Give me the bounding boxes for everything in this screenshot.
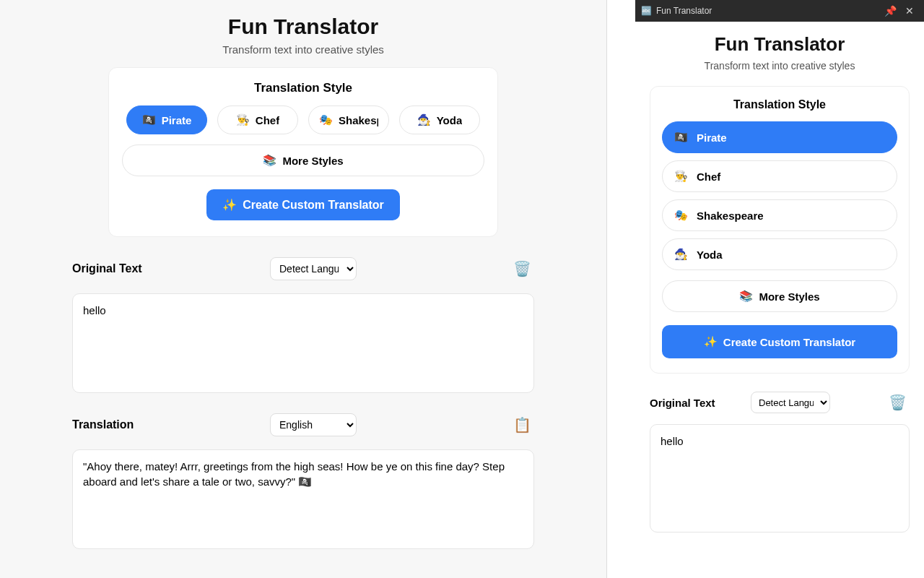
panel-page-title: Fun Translator	[650, 33, 910, 56]
style-label: Chef	[256, 114, 279, 126]
pin-panel-button[interactable]: 📌	[880, 5, 901, 17]
close-panel-button[interactable]: ✕	[901, 5, 918, 17]
masks-icon: 🎭	[319, 113, 333, 126]
page-title: Fun Translator	[40, 14, 566, 39]
style-label: Shakespeare	[339, 114, 378, 126]
page-subtitle: Transform text into creative styles	[40, 43, 566, 56]
style-label: Yoda	[437, 114, 463, 126]
clipboard-icon: 📋	[513, 417, 531, 433]
style-heading: Translation Style	[122, 81, 484, 95]
sparkles-icon: ✨	[222, 198, 237, 212]
panel-original-text-input[interactable]	[650, 424, 910, 532]
style-option-chef[interactable]: 👨‍🍳 Chef	[217, 105, 298, 134]
panel-titlebar: 🔤 Fun Translator 📌 ✕	[635, 0, 924, 22]
style-option-pirate[interactable]: 🏴‍☠️ Pirate	[126, 105, 207, 134]
chef-icon: 👨‍🍳	[236, 113, 250, 126]
source-language-select[interactable]: Detect Language	[270, 257, 357, 280]
original-text-label: Original Text	[72, 262, 260, 275]
main-pane: Fun Translator Transform text into creat…	[0, 0, 606, 578]
panel-style-option-yoda[interactable]: 🧙‍♂️ Yoda	[662, 238, 897, 270]
chef-icon: 👨‍🍳	[674, 170, 688, 183]
sparkles-icon: ✨	[704, 335, 718, 348]
clear-original-button[interactable]: 🗑️	[510, 257, 534, 280]
panel-clear-original-button[interactable]: 🗑️	[886, 391, 910, 414]
panel-style-option-shakespeare[interactable]: 🎭 Shakespeare	[662, 199, 897, 231]
custom-label: Create Custom Translator	[723, 336, 855, 348]
pane-divider	[606, 0, 635, 578]
style-label: Yoda	[697, 249, 723, 261]
pirate-flag-icon: 🏴‍☠️	[674, 131, 688, 144]
wizard-icon: 🧙‍♂️	[417, 113, 431, 126]
more-styles-button[interactable]: 📚 More Styles	[122, 144, 484, 176]
panel-style-option-chef[interactable]: 👨‍🍳 Chef	[662, 160, 897, 192]
original-text-input[interactable]	[72, 293, 534, 393]
close-icon: ✕	[905, 5, 914, 17]
panel-title: Fun Translator	[656, 6, 712, 16]
style-label: Pirate	[162, 114, 192, 126]
more-styles-label: More Styles	[282, 155, 343, 167]
translation-label: Translation	[72, 418, 260, 431]
side-panel: 🔤 Fun Translator 📌 ✕ Fun Translator Tran…	[635, 0, 924, 578]
create-custom-translator-button[interactable]: ✨ Create Custom Translator	[206, 189, 400, 220]
style-label: Pirate	[697, 131, 727, 144]
copy-translation-button[interactable]: 📋	[510, 413, 534, 436]
trash-icon: 🗑️	[889, 394, 907, 410]
more-styles-label: More Styles	[759, 290, 819, 303]
custom-label: Create Custom Translator	[243, 199, 384, 212]
pin-icon: 📌	[884, 5, 897, 17]
panel-page-subtitle: Transform text into creative styles	[650, 60, 910, 72]
style-option-yoda[interactable]: 🧙‍♂️ Yoda	[399, 105, 480, 134]
panel-style-heading: Translation Style	[662, 98, 897, 111]
masks-icon: 🎭	[674, 209, 688, 222]
trash-icon: 🗑️	[513, 261, 531, 277]
style-label: Shakespeare	[697, 210, 764, 222]
style-card: Translation Style 🏴‍☠️ Pirate 👨‍🍳 Chef 🎭…	[108, 67, 498, 237]
pirate-flag-icon: 🏴‍☠️	[142, 113, 156, 126]
books-icon: 📚	[263, 154, 276, 167]
panel-original-text-label: Original Text	[650, 397, 744, 409]
wizard-icon: 🧙‍♂️	[674, 248, 688, 261]
panel-create-custom-translator-button[interactable]: ✨ Create Custom Translator	[662, 325, 897, 358]
translation-output[interactable]	[72, 449, 534, 549]
panel-style-option-pirate[interactable]: 🏴‍☠️ Pirate	[662, 121, 897, 153]
panel-more-styles-button[interactable]: 📚 More Styles	[662, 280, 897, 312]
extension-icon: 🔤	[641, 6, 652, 16]
panel-style-card: Translation Style 🏴‍☠️ Pirate 👨‍🍳 Chef 🎭…	[650, 86, 910, 374]
target-language-select[interactable]: English	[270, 413, 357, 436]
books-icon: 📚	[739, 290, 753, 303]
style-label: Chef	[697, 171, 720, 183]
style-option-shakespeare[interactable]: 🎭 Shakespeare	[308, 105, 389, 134]
panel-source-language-select[interactable]: Detect Language	[751, 392, 830, 413]
